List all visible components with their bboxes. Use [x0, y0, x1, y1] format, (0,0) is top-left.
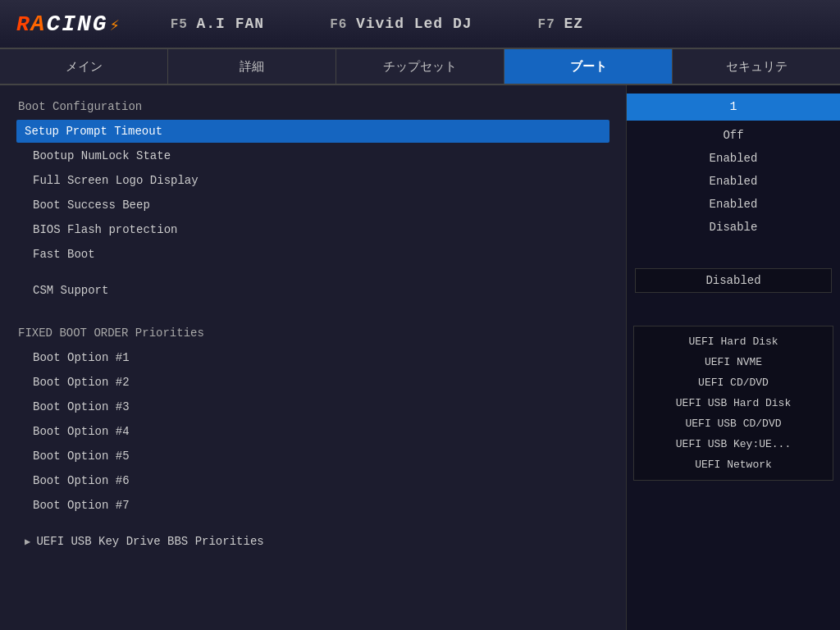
menu-boot-option-4[interactable]: Boot Option #4: [16, 420, 609, 443]
left-panel: Boot Configuration Setup Prompt Timeout …: [0, 85, 627, 630]
menu-boot-option-1[interactable]: Boot Option #1: [16, 346, 609, 369]
menu-boot-option-3[interactable]: Boot Option #3: [16, 395, 609, 418]
logo: RACING⚡: [16, 11, 121, 37]
value-success-beep: Enabled: [627, 170, 840, 193]
tab-main[interactable]: メイン: [0, 49, 168, 84]
menu-boot-option-7[interactable]: Boot Option #7: [16, 494, 609, 517]
main-content: Boot Configuration Setup Prompt Timeout …: [0, 85, 840, 630]
value-numlock: Off: [627, 124, 840, 147]
menu-bios-flash[interactable]: BIOS Flash protection: [16, 218, 609, 241]
boot-order-2: UEFI NVME: [634, 352, 833, 372]
boot-order-6: UEFI USB Key:UE...: [634, 434, 833, 454]
tab-detail[interactable]: 詳細: [168, 49, 336, 84]
boot-order-4: UEFI USB Hard Disk: [634, 393, 833, 413]
menu-logo-display[interactable]: Full Screen Logo Display: [16, 169, 609, 192]
right-panel: 1 Off Enabled Enabled Enabled Disable Di…: [627, 85, 840, 630]
tab-boot[interactable]: ブート: [504, 49, 673, 84]
value-csm: Disabled: [635, 268, 832, 293]
menu-success-beep[interactable]: Boot Success Beep: [16, 194, 609, 217]
menu-boot-option-5[interactable]: Boot Option #5: [16, 445, 609, 468]
value-logo-display: Enabled: [627, 147, 840, 170]
menu-boot-option-6[interactable]: Boot Option #6: [16, 469, 609, 492]
menu-bbs-priorities[interactable]: UEFI USB Key Drive BBS Priorities: [16, 530, 609, 553]
menu-boot-option-2[interactable]: Boot Option #2: [16, 371, 609, 394]
menu-setup-prompt[interactable]: Setup Prompt Timeout: [16, 120, 609, 143]
value-setup-timeout: 1: [627, 94, 840, 121]
header-f6[interactable]: F6 Vivid Led DJ: [330, 16, 472, 32]
fixed-boot-order-title: FIXED BOOT ORDER Priorities: [16, 326, 609, 340]
value-bios-flash: Enabled: [627, 193, 840, 216]
header-f5[interactable]: F5 A.I FAN: [171, 16, 264, 32]
boot-order-1: UEFI Hard Disk: [634, 331, 833, 352]
menu-fast-boot[interactable]: Fast Boot: [16, 243, 609, 266]
boot-order-3: UEFI CD/DVD: [634, 372, 833, 393]
boot-config-title: Boot Configuration: [16, 100, 609, 113]
boot-order-list: UEFI Hard Disk UEFI NVME UEFI CD/DVD UEF…: [633, 326, 833, 481]
boot-order-7: UEFI Network: [634, 454, 833, 475]
tab-security[interactable]: セキュリテ: [673, 49, 840, 84]
value-fast-boot: Disable: [627, 216, 840, 239]
nav-tabs: メイン 詳細 チップセット ブート セキュリテ: [0, 49, 840, 85]
tab-chipset[interactable]: チップセット: [336, 49, 504, 84]
header-menus: F5 A.I FAN F6 Vivid Led DJ F7 EZ: [171, 16, 583, 32]
boot-order-5: UEFI USB CD/DVD: [634, 413, 833, 434]
menu-numlock[interactable]: Bootup NumLock State: [16, 144, 609, 167]
header-f7[interactable]: F7 EZ: [538, 16, 583, 32]
header: RACING⚡ F5 A.I FAN F6 Vivid Led DJ F7 EZ: [0, 0, 840, 49]
menu-csm-support[interactable]: CSM Support: [16, 279, 609, 302]
